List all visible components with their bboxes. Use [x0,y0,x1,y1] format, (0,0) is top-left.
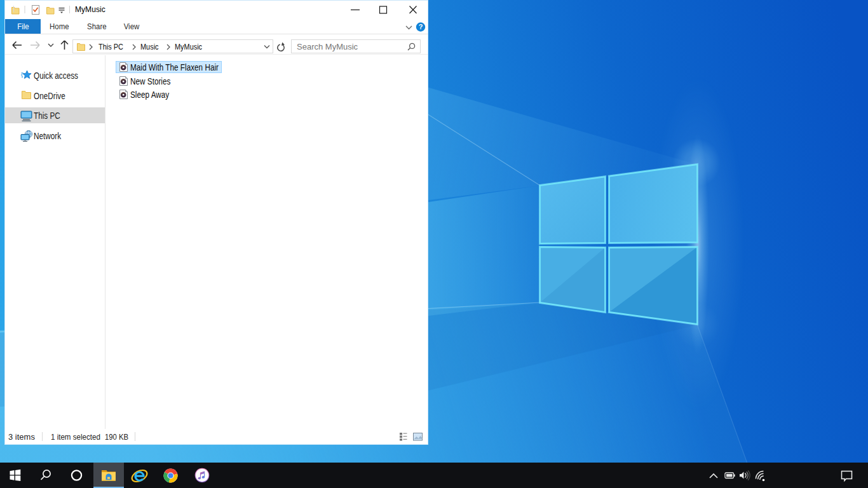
svg-text:?: ? [419,23,423,30]
